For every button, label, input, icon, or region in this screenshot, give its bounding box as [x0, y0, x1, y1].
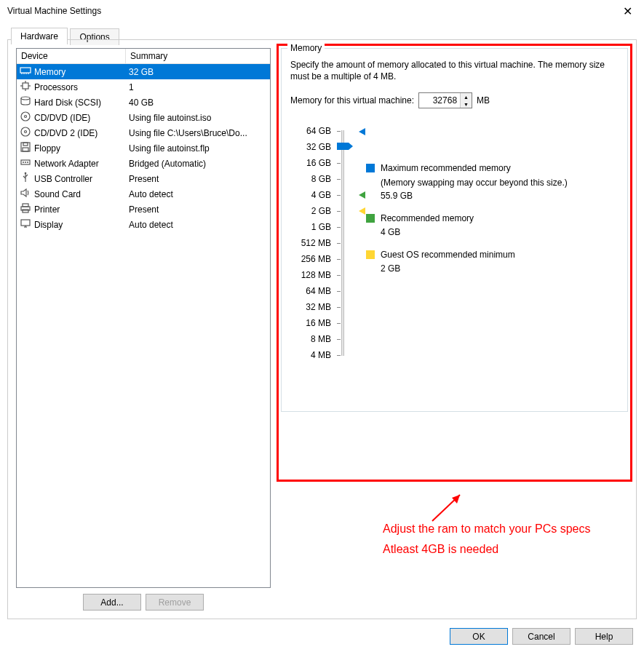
svg-point-13	[21, 127, 30, 136]
device-summary: 40 GB	[126, 98, 270, 108]
close-icon[interactable]: ✕	[617, 3, 638, 20]
add-button[interactable]: Add...	[83, 594, 141, 611]
svg-rect-16	[23, 143, 28, 146]
device-row[interactable]: CD/DVD 2 (IDE)Using file C:\Users\Bruce\…	[17, 125, 270, 140]
max-marker-icon	[359, 128, 365, 135]
printer-icon	[20, 202, 31, 216]
device-row[interactable]: Network AdapterBridged (Automatic)	[17, 156, 270, 171]
help-button[interactable]: Help	[575, 628, 633, 645]
slider-tick-label: 1 GB	[290, 219, 334, 235]
disc-icon	[20, 111, 31, 124]
device-summary: Present	[126, 204, 270, 215]
titlebar: Virtual Machine Settings ✕	[0, 0, 644, 22]
slider-tick-label: 4 GB	[290, 187, 334, 203]
svg-rect-24	[23, 204, 28, 207]
spin-up-icon[interactable]: ▲	[461, 93, 472, 100]
device-row[interactable]: Processors1	[17, 79, 270, 95]
col-device[interactable]: Device	[17, 49, 126, 64]
device-name: Printer	[34, 204, 60, 215]
legend-rec-label: Recommended memory	[381, 212, 474, 224]
svg-rect-27	[21, 220, 30, 226]
device-row[interactable]: Hard Disk (SCSI)40 GB	[17, 95, 270, 110]
slider-tick-labels: 64 GB32 GB16 GB8 GB4 GB2 GB1 GB512 MB256…	[290, 123, 334, 363]
device-summary: Auto detect	[126, 220, 270, 230]
memory-slider[interactable]	[337, 123, 349, 363]
hdd-icon	[20, 95, 31, 109]
slider-thumb[interactable]	[337, 143, 349, 150]
disc-icon	[20, 126, 31, 140]
device-list[interactable]: Device Summary Memory32 GBProcessors1Har…	[16, 48, 271, 588]
floppy-icon	[20, 141, 31, 155]
slider-tick-label: 256 MB	[290, 251, 334, 267]
cancel-button[interactable]: Cancel	[512, 628, 571, 645]
col-summary[interactable]: Summary	[126, 49, 270, 64]
min-marker-icon	[359, 207, 365, 215]
device-name: Sound Card	[34, 189, 81, 199]
device-row[interactable]: Sound CardAuto detect	[17, 186, 270, 202]
svg-rect-5	[23, 83, 28, 89]
annotation-text-1: Adjust the ram to match your PCs specs	[383, 521, 590, 537]
svg-rect-0	[20, 68, 31, 73]
svg-point-14	[25, 131, 27, 133]
slider-tick-label: 128 MB	[290, 267, 334, 283]
device-name: USB Controller	[34, 174, 92, 184]
device-name: Hard Disk (SCSI)	[34, 98, 101, 108]
ok-button[interactable]: OK	[450, 628, 508, 645]
device-summary: Using file C:\Users\Bruce\Do...	[126, 128, 270, 138]
device-summary: Using file autoinst.iso	[126, 113, 270, 123]
device-name: Floppy	[34, 143, 60, 154]
svg-rect-17	[23, 148, 28, 151]
device-name: Memory	[34, 67, 65, 77]
device-row[interactable]: DisplayAuto detect	[17, 217, 270, 232]
slider-tick-label: 2 GB	[290, 203, 334, 219]
slider-tick-label: 16 GB	[290, 155, 334, 171]
sound-icon	[20, 187, 31, 201]
slider-tick-label: 32 GB	[290, 139, 334, 155]
slider-tick-label: 8 MB	[290, 331, 334, 347]
device-summary: 1	[126, 82, 270, 92]
slider-tick-label: 64 MB	[290, 283, 334, 299]
device-summary: Auto detect	[126, 189, 270, 199]
device-row[interactable]: CD/DVD (IDE)Using file autoinst.iso	[17, 110, 270, 125]
device-name: Network Adapter	[34, 159, 99, 169]
device-summary: Using file autoinst.flp	[126, 143, 270, 154]
tab-hardware[interactable]: Hardware	[11, 28, 68, 44]
device-name: Display	[34, 220, 63, 230]
device-summary: Present	[126, 174, 270, 184]
memory-description: Specify the amount of memory allocated t…	[290, 59, 619, 82]
usb-icon	[20, 172, 31, 186]
device-row[interactable]: PrinterPresent	[17, 202, 270, 217]
legend-min-val: 2 GB	[366, 263, 619, 274]
svg-point-23	[25, 172, 27, 175]
legend-swatch-max	[366, 164, 375, 172]
device-name: Processors	[34, 82, 78, 92]
memory-input-label: Memory for this virtual machine:	[290, 95, 414, 106]
device-summary: Bridged (Automatic)	[126, 159, 270, 169]
legend-max-label: Maximum recommended memory	[381, 162, 511, 174]
legend-max-val: 55.9 GB	[366, 191, 619, 201]
svg-point-19	[23, 162, 24, 163]
slider-tick-label: 64 GB	[290, 123, 334, 139]
spin-down-icon[interactable]: ▼	[461, 100, 472, 108]
legend-rec-val: 4 GB	[366, 227, 619, 237]
svg-point-20	[25, 162, 26, 163]
device-row[interactable]: FloppyUsing file autoinst.flp	[17, 140, 270, 156]
device-row[interactable]: USB ControllerPresent	[17, 171, 270, 186]
memory-unit: MB	[477, 95, 490, 106]
memory-spinner[interactable]: ▲ ▼	[418, 92, 472, 108]
window-title: Virtual Machine Settings	[7, 6, 101, 16]
remove-button[interactable]: Remove	[146, 594, 204, 611]
slider-tick-label: 32 MB	[290, 299, 334, 315]
memory-input[interactable]	[419, 95, 460, 106]
legend-swatch-min	[366, 250, 375, 259]
cpu-icon	[20, 80, 31, 94]
device-name: CD/DVD 2 (IDE)	[34, 128, 98, 138]
device-row[interactable]: Memory32 GB	[17, 64, 270, 79]
groupbox-title: Memory	[287, 43, 325, 53]
memory-groupbox: Memory Specify the amount of memory allo…	[281, 48, 628, 412]
legend-min-label: Guest OS recommended minimum	[381, 249, 515, 261]
rec-marker-icon	[359, 191, 365, 199]
annotation-text-2: Atleast 4GB is needed	[383, 541, 498, 557]
legend-swatch-rec	[366, 214, 375, 223]
svg-point-11	[21, 112, 30, 121]
